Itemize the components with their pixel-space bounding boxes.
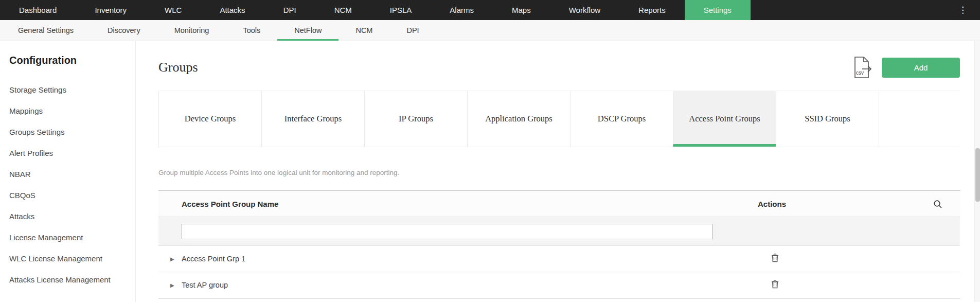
- table-header-row: Access Point Group Name Actions: [158, 191, 960, 217]
- subnav-item-ncm[interactable]: NCM: [338, 20, 389, 41]
- nav-item-ncm[interactable]: NCM: [315, 0, 371, 20]
- more-menu-icon[interactable]: ⋮: [958, 0, 967, 20]
- nav-item-maps[interactable]: Maps: [493, 0, 550, 20]
- sidebar-title: Configuration: [0, 41, 135, 66]
- sidebar-item-groups-settings[interactable]: Groups Settings: [0, 121, 135, 143]
- access-point-groups-table: Access Point Group Name Actions ▶ Access…: [158, 190, 960, 298]
- top-navigation: Dashboard Inventory WLC Attacks DPI NCM …: [0, 0, 980, 20]
- sidebar-item-attacks[interactable]: Attacks: [0, 206, 135, 227]
- group-name-cell: Test AP group: [182, 281, 228, 289]
- tabbar-filler: [879, 91, 960, 147]
- add-button[interactable]: Add: [882, 58, 960, 78]
- vertical-scrollbar[interactable]: [974, 41, 980, 302]
- search-icon[interactable]: [933, 191, 942, 217]
- group-name-cell: Access Point Grp 1: [182, 255, 245, 263]
- nav-item-workflow[interactable]: Workflow: [550, 0, 619, 20]
- nav-item-dpi[interactable]: DPI: [264, 0, 315, 20]
- tab-description: Group multiple Access Points into one lo…: [158, 169, 960, 176]
- subnav-item-discovery[interactable]: Discovery: [91, 20, 157, 41]
- nav-item-alarms[interactable]: Alarms: [431, 0, 493, 20]
- sidebar-item-attacks-license-management[interactable]: Attacks License Management: [0, 269, 135, 290]
- nav-item-settings[interactable]: Settings: [685, 0, 751, 20]
- nav-item-reports[interactable]: Reports: [619, 0, 685, 20]
- tab-application-groups[interactable]: Application Groups: [467, 91, 570, 147]
- filter-row: [158, 217, 960, 246]
- table-row[interactable]: ▶ Test AP group: [158, 272, 960, 298]
- nav-item-wlc[interactable]: WLC: [146, 0, 201, 20]
- expand-caret-icon[interactable]: ▶: [158, 282, 182, 288]
- group-type-tabs: Device Groups Interface Groups IP Groups…: [158, 91, 960, 147]
- subnav-item-tools[interactable]: Tools: [226, 20, 277, 41]
- sidebar-item-storage-settings[interactable]: Storage Settings: [0, 79, 135, 100]
- sidebar-item-mappings[interactable]: Mappings: [0, 100, 135, 121]
- group-name-filter-input[interactable]: [182, 224, 713, 239]
- tab-ip-groups[interactable]: IP Groups: [364, 91, 467, 147]
- nav-item-attacks[interactable]: Attacks: [201, 0, 264, 20]
- settings-sub-navigation: General Settings Discovery Monitoring To…: [0, 20, 980, 41]
- subnav-item-monitoring[interactable]: Monitoring: [157, 20, 226, 41]
- nav-item-ipsla[interactable]: IPSLA: [371, 0, 431, 20]
- tab-interface-groups[interactable]: Interface Groups: [261, 91, 364, 147]
- sidebar-item-nbar[interactable]: NBAR: [0, 164, 135, 185]
- sidebar-item-cbqos[interactable]: CBQoS: [0, 185, 135, 206]
- expand-caret-icon[interactable]: ▶: [158, 256, 182, 262]
- delete-icon[interactable]: [771, 253, 779, 262]
- sidebar-item-license-management[interactable]: License Management: [0, 227, 135, 248]
- tab-access-point-groups[interactable]: Access Point Groups: [673, 91, 776, 147]
- sidebar-item-wlc-license-management[interactable]: WLC License Management: [0, 248, 135, 269]
- groups-panel: Groups csv Add Device Groups Interface G…: [136, 41, 974, 302]
- tab-ssid-groups[interactable]: SSID Groups: [776, 91, 879, 147]
- sidebar-item-alert-profiles[interactable]: Alert Profiles: [0, 143, 135, 164]
- scrollbar-thumb[interactable]: [975, 148, 980, 202]
- configuration-sidebar: Configuration Storage Settings Mappings …: [0, 41, 136, 302]
- subnav-item-netflow[interactable]: NetFlow: [277, 20, 338, 41]
- nav-item-inventory[interactable]: Inventory: [76, 0, 146, 20]
- page-title: Groups: [158, 60, 198, 75]
- delete-icon[interactable]: [771, 279, 779, 289]
- column-header-actions: Actions: [758, 200, 960, 208]
- subnav-item-dpi[interactable]: DPI: [389, 20, 436, 41]
- tab-device-groups[interactable]: Device Groups: [158, 91, 261, 147]
- csv-export-icon[interactable]: csv: [853, 55, 872, 80]
- column-header-group-name: Access Point Group Name: [158, 200, 758, 208]
- tab-dscp-groups[interactable]: DSCP Groups: [570, 91, 673, 147]
- svg-text:csv: csv: [856, 70, 864, 76]
- nav-item-dashboard[interactable]: Dashboard: [0, 0, 76, 20]
- table-row[interactable]: ▶ Access Point Grp 1: [158, 246, 960, 272]
- subnav-item-general-settings[interactable]: General Settings: [1, 20, 91, 41]
